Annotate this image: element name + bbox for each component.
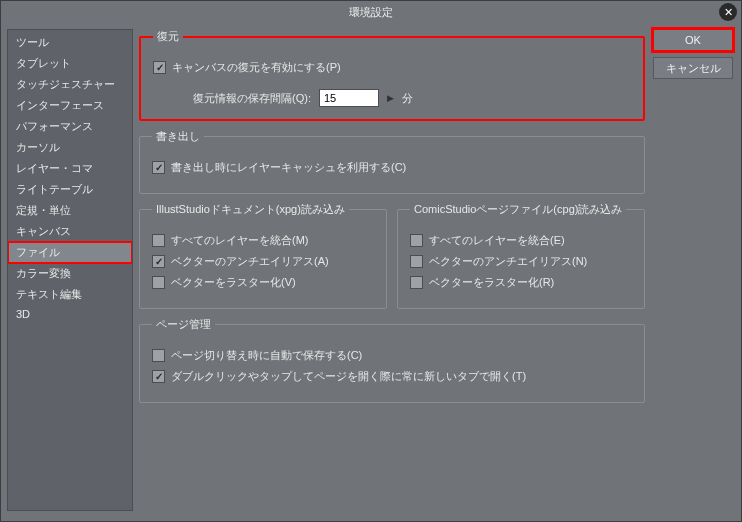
autosave-label[interactable]: ページ切り替え時に自動で保存する(C) xyxy=(171,348,362,363)
illust-raster-label[interactable]: ベクターをラスター化(V) xyxy=(171,275,296,290)
sidebar-item-3d[interactable]: 3D xyxy=(8,305,132,323)
comic-group: ComicStudioページファイル(cpg)読み込み すべてのレイヤーを統合(… xyxy=(397,202,645,309)
page-group: ページ管理 ページ切り替え時に自動で保存する(C) ダブルクリックやタップしてペ… xyxy=(139,317,645,403)
ok-button[interactable]: OK xyxy=(653,29,733,51)
comic-merge-checkbox[interactable] xyxy=(410,234,423,247)
sidebar-item-performance[interactable]: パフォーマンス xyxy=(8,116,132,137)
sidebar-item-lighttable[interactable]: ライトテーブル xyxy=(8,179,132,200)
illust-group: IllustStudioドキュメント(xpg)読み込み すべてのレイヤーを統合(… xyxy=(139,202,387,309)
export-cache-label[interactable]: 書き出し時にレイヤーキャッシュを利用する(C) xyxy=(171,160,406,175)
restore-group: 復元 キャンバスの復元を有効にする(P) 復元情報の保存間隔(Q): ▶ 分 xyxy=(139,29,645,121)
illust-merge-label[interactable]: すべてのレイヤーを統合(M) xyxy=(171,233,309,248)
sidebar-item-tablet[interactable]: タブレット xyxy=(8,53,132,74)
sidebar-item-color[interactable]: カラー変換 xyxy=(8,263,132,284)
comic-raster-checkbox[interactable] xyxy=(410,276,423,289)
enable-restore-label[interactable]: キャンバスの復元を有効にする(P) xyxy=(172,60,341,75)
comic-merge-label[interactable]: すべてのレイヤーを統合(E) xyxy=(429,233,565,248)
illust-raster-checkbox[interactable] xyxy=(152,276,165,289)
comic-legend: ComicStudioページファイル(cpg)読み込み xyxy=(410,202,626,217)
illust-aa-checkbox[interactable] xyxy=(152,255,165,268)
category-sidebar: ツール タブレット タッチジェスチャー インターフェース パフォーマンス カーソ… xyxy=(7,29,133,511)
sidebar-item-file[interactable]: ファイル xyxy=(8,242,132,263)
comic-aa-label[interactable]: ベクターのアンチエイリアス(N) xyxy=(429,254,587,269)
titlebar: 環境設定 xyxy=(1,1,741,23)
sidebar-item-ruler[interactable]: 定規・単位 xyxy=(8,200,132,221)
newtab-checkbox[interactable] xyxy=(152,370,165,383)
comic-raster-label[interactable]: ベクターをラスター化(R) xyxy=(429,275,554,290)
export-group: 書き出し 書き出し時にレイヤーキャッシュを利用する(C) xyxy=(139,129,645,194)
export-cache-checkbox[interactable] xyxy=(152,161,165,174)
interval-input[interactable] xyxy=(319,89,379,107)
illust-legend: IllustStudioドキュメント(xpg)読み込み xyxy=(152,202,349,217)
sidebar-item-cursor[interactable]: カーソル xyxy=(8,137,132,158)
sidebar-item-canvas[interactable]: キャンバス xyxy=(8,221,132,242)
sidebar-item-layer[interactable]: レイヤー・コマ xyxy=(8,158,132,179)
export-legend: 書き出し xyxy=(152,129,204,144)
interval-unit: 分 xyxy=(402,91,413,106)
enable-restore-checkbox[interactable] xyxy=(153,61,166,74)
illust-aa-label[interactable]: ベクターのアンチエイリアス(A) xyxy=(171,254,329,269)
page-legend: ページ管理 xyxy=(152,317,215,332)
close-icon[interactable] xyxy=(719,3,737,21)
sidebar-item-tool[interactable]: ツール xyxy=(8,32,132,53)
sidebar-item-text[interactable]: テキスト編集 xyxy=(8,284,132,305)
autosave-checkbox[interactable] xyxy=(152,349,165,362)
dialog-title: 環境設定 xyxy=(349,6,393,18)
increment-arrow-icon[interactable]: ▶ xyxy=(387,93,394,103)
sidebar-item-interface[interactable]: インターフェース xyxy=(8,95,132,116)
sidebar-item-touch[interactable]: タッチジェスチャー xyxy=(8,74,132,95)
illust-merge-checkbox[interactable] xyxy=(152,234,165,247)
interval-label: 復元情報の保存間隔(Q): xyxy=(193,91,311,106)
main-panel: OK キャンセル 復元 キャンバスの復元を有効にする(P) 復元情報の保存間隔(… xyxy=(139,29,735,511)
comic-aa-checkbox[interactable] xyxy=(410,255,423,268)
restore-legend: 復元 xyxy=(153,29,183,44)
newtab-label[interactable]: ダブルクリックやタップしてページを開く際に常に新しいタブで開く(T) xyxy=(171,369,526,384)
preferences-dialog: 環境設定 ツール タブレット タッチジェスチャー インターフェース パフォーマン… xyxy=(0,0,742,522)
cancel-button[interactable]: キャンセル xyxy=(653,57,733,79)
